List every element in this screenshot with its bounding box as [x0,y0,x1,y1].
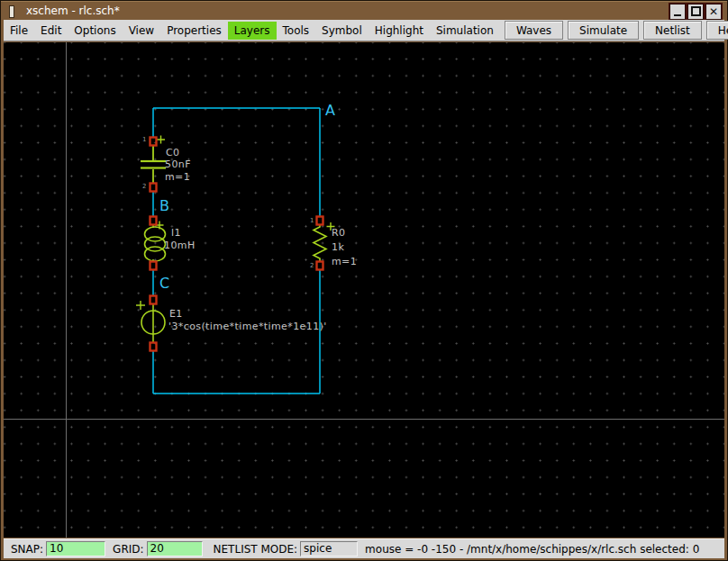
schematic-canvas[interactable]: A B C C0 50nF m=1 1 2 l1 10mH R0 1k m=1 … [4,42,724,538]
simulate-button[interactable]: Simulate [568,21,639,40]
capacitor-pin1-number: 1 [142,136,146,143]
grid-input[interactable]: 20 [147,541,203,556]
menubar: File Edit Options View Properties Layers… [4,20,724,41]
source-value[interactable]: '3*cos(time*time*time*1e11)' [168,321,327,332]
pin-ind-2[interactable] [150,262,157,270]
window-controls: ✕ [669,3,723,20]
menu-tools[interactable]: Tools [277,22,316,40]
maximize-icon [691,6,701,16]
menu-options[interactable]: Options [68,22,122,40]
menu-properties[interactable]: Properties [160,22,228,40]
window-title: xschem - rlc.sch* [26,5,120,17]
capacitor-value[interactable]: 50nF [165,159,191,170]
capacitor-mult[interactable]: m=1 [165,172,190,183]
pin-ind-1[interactable] [150,217,157,225]
plus-icon [157,136,165,144]
close-icon: ✕ [709,5,718,18]
grid-label: GRID: [113,543,143,556]
titlebar[interactable]: xschem - rlc.sch* ✕ [1,1,727,20]
source-symbol[interactable] [136,301,165,343]
netlist-mode-input[interactable]: spice [300,541,358,556]
minimize-icon [674,14,681,16]
window-menu-icon[interactable] [9,5,14,18]
menu-symbol[interactable]: Symbol [315,22,369,40]
minimize-button[interactable] [669,4,686,20]
netlist-mode-label: NETLIST MODE: [214,543,298,556]
xschem-window: xschem - rlc.sch* ✕ File Edit Options Vi… [0,0,728,561]
pin-cap-2[interactable] [150,184,157,192]
inductor-value[interactable]: 10mH [164,240,196,251]
source-ref[interactable]: E1 [169,309,183,320]
menu-view[interactable]: View [123,22,160,40]
resistor-mult[interactable]: m=1 [332,257,357,267]
capacitor-pin2-number: 2 [142,183,146,190]
pin-src-2[interactable] [150,343,157,351]
plus-icon [136,301,145,310]
net-label-c[interactable]: C [159,275,169,292]
mouse-status-text: mouse = -0 -150 - /mnt/x/home/schippes/x… [365,543,699,556]
menu-highlight[interactable]: Highlight [369,22,430,40]
resistor-ref[interactable]: R0 [332,228,345,239]
inductor-ref[interactable]: l1 [171,228,181,239]
net-label-a[interactable]: A [325,102,335,119]
maximize-button[interactable] [687,4,704,20]
resistor-value[interactable]: 1k [332,242,344,253]
statusbar: SNAP: 10 GRID: 20 NETLIST MODE: spice mo… [4,538,724,558]
menu-file[interactable]: File [4,22,34,40]
netlist-button[interactable]: Netlist [643,21,702,40]
resistor-pin2-number: 2 [310,262,314,269]
menu-layers[interactable]: Layers [228,22,277,40]
close-button[interactable]: ✕ [705,4,722,20]
resistor-pin1-number: 1 [310,217,314,224]
waves-button[interactable]: Waves [505,21,563,40]
pin-cap-1[interactable] [150,138,157,146]
capacitor-ref[interactable]: C0 [166,148,179,158]
menubar-buttons: Waves Simulate Netlist Help [500,21,728,40]
menu-simulation[interactable]: Simulation [430,22,500,40]
pin-res-2[interactable] [317,262,323,270]
menu-edit[interactable]: Edit [34,22,68,40]
net-label-b[interactable]: B [159,197,169,214]
pin-src-1[interactable] [150,296,157,304]
help-button[interactable]: Help [706,21,728,40]
snap-label: SNAP: [11,543,43,556]
pin-res-1[interactable] [317,217,323,225]
inductor-symbol[interactable] [145,222,166,263]
snap-input[interactable]: 10 [46,541,105,556]
